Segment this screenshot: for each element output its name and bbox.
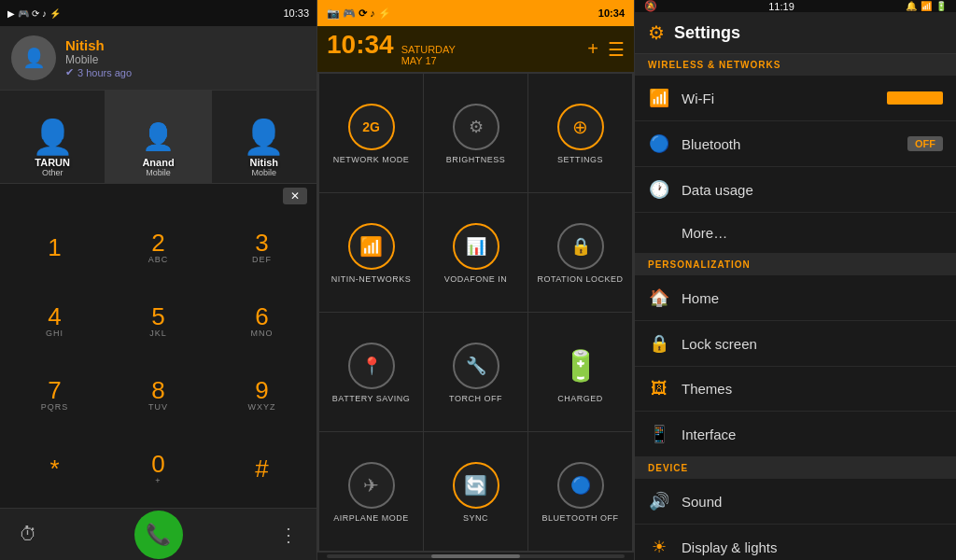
dial-key-1[interactable]: 1 <box>4 212 105 284</box>
data-usage-label: Data usage <box>682 182 943 198</box>
recent-calls-icon[interactable]: ⏱ <box>19 524 37 545</box>
settings-item-lock-screen[interactable]: 🔒 Lock screen <box>635 321 956 367</box>
contact-thumb-nitish[interactable]: 👤 Nitish Mobile <box>212 91 316 183</box>
tile-vodafone[interactable]: 📊 VODAFONE IN <box>424 193 527 312</box>
dial-letters: MNO <box>251 329 274 338</box>
scrollbar-thumb <box>431 554 521 558</box>
dial-key-*[interactable]: * <box>4 432 105 504</box>
tile-label-battery-saving: BATTERY SAVING <box>332 394 410 403</box>
themes-label: Themes <box>682 381 943 397</box>
tile-airplane[interactable]: ✈ AIRPLANE MODE <box>319 432 423 551</box>
contact-time: ✔ 3 hours ago <box>65 66 305 78</box>
tile-torch[interactable]: 🔧 TORCH OFF <box>424 313 527 431</box>
tile-settings[interactable]: ⊕ SETTINGS <box>528 74 632 192</box>
settings-item-display[interactable]: ☀ Display & lights <box>635 525 956 560</box>
dial-key-0[interactable]: 0+ <box>107 432 209 504</box>
phone-status-icons-left: ▶🎮⟳♪⚡ <box>7 8 61 19</box>
settings-item-sound[interactable]: 🔊 Sound <box>635 479 956 525</box>
settings-item-themes[interactable]: 🖼 Themes <box>635 367 956 412</box>
tile-rotation[interactable]: 🔒 ROTATION LOCKED <box>528 193 632 312</box>
tile-battery-saving[interactable]: 📍 BATTERY SAVING <box>319 313 423 431</box>
quick-tiles-grid: 2G NETWORK MODE ⚙ BRIGHTNESS ⊕ SETTINGS … <box>317 72 634 553</box>
airplane-icon: ✈ <box>347 461 396 510</box>
thumb-sub: Other <box>42 168 63 177</box>
section-header-personalization: PERSONALIZATION <box>635 254 956 275</box>
dial-num: 5 <box>151 304 164 329</box>
tile-charged[interactable]: 🔋 CHARGED <box>528 313 632 431</box>
settings-item-interface[interactable]: 📱 Interface <box>635 412 956 457</box>
menu-button[interactable]: ☰ <box>608 38 625 61</box>
settings-item-more[interactable]: More… <box>635 213 956 254</box>
quick-status-time: 10:34 <box>598 7 625 19</box>
vodafone-icon: 📊 <box>452 222 500 271</box>
dial-key-4[interactable]: 4GHI <box>4 286 105 357</box>
settings-item-wifi[interactable]: 📶 Wi-Fi <box>635 76 956 121</box>
dial-key-5[interactable]: 5JKL <box>107 286 209 357</box>
tile-label-settings: SETTINGS <box>557 155 603 164</box>
phone-panel: ▶🎮⟳♪⚡ 10:33 👤 Nitish Mobile ✔ 3 hours ag… <box>0 0 317 560</box>
interface-icon: 📱 <box>648 424 670 444</box>
dial-key-8[interactable]: 8TUV <box>107 359 209 431</box>
tile-label-sync: SYNC <box>463 513 488 523</box>
tile-brightness[interactable]: ⚙ BRIGHTNESS <box>424 74 527 192</box>
contact-name: Nitish <box>65 37 305 53</box>
dial-num: 4 <box>48 304 61 329</box>
tile-label-vodafone: VODAFONE IN <box>444 274 508 284</box>
settings-item-home[interactable]: 🏠 Home <box>635 275 956 321</box>
network-mode-icon: 2G <box>347 103 396 151</box>
phone-status-bar: ▶🎮⟳♪⚡ 10:33 <box>0 0 316 26</box>
section-header-device: DEVICE <box>635 457 956 479</box>
tile-network-mode[interactable]: 2G NETWORK MODE <box>319 74 423 192</box>
scrollbar[interactable] <box>327 554 625 558</box>
more-label: More… <box>682 225 943 241</box>
tile-label-torch: TORCH OFF <box>449 394 502 403</box>
battery-saving-icon: 📍 <box>347 342 396 390</box>
dial-key-2[interactable]: 2ABC <box>107 212 209 284</box>
quick-date-line1: SATURDAY <box>401 44 456 55</box>
call-button[interactable]: 📞 <box>134 511 183 559</box>
dial-key-7[interactable]: 7PQRS <box>4 359 105 431</box>
settings-panel: 🔕 11:19 🔔📶🔋 ⚙ Settings WIRELESS & NETWOR… <box>635 0 956 560</box>
phone-time: 10:33 <box>283 7 309 19</box>
home-label: Home <box>682 290 943 306</box>
dial-key-3[interactable]: 3DEF <box>211 212 313 284</box>
rotation-icon: 🔒 <box>556 222 605 271</box>
bluetooth-icon: 🔵 <box>556 461 605 510</box>
dial-num: 6 <box>255 304 268 329</box>
dial-key-6[interactable]: 6MNO <box>211 286 313 357</box>
tile-sync[interactable]: 🔄 SYNC <box>424 432 527 551</box>
torch-icon: 🔧 <box>452 342 500 390</box>
dial-letters: GHI <box>46 329 63 338</box>
nitin-networks-icon: 📶 <box>347 222 396 271</box>
dial-num: # <box>255 456 268 481</box>
avatar: 👤 <box>11 35 56 80</box>
delete-button[interactable]: ✕ <box>283 188 307 204</box>
dial-num: 8 <box>151 378 164 402</box>
more-options-icon[interactable]: ⋮ <box>279 524 298 546</box>
dial-letters: DEF <box>252 255 272 264</box>
dial-num: 2 <box>151 231 164 255</box>
quick-date-line2: MAY 17 <box>401 55 456 66</box>
contact-thumb-tarun[interactable]: 👤 TARUN Other <box>0 91 105 183</box>
dial-key-9[interactable]: 9WXYZ <box>211 359 313 431</box>
quick-time-display: 10:34 <box>327 32 394 58</box>
phone-bottom-bar: ⏱ 📞 ⋮ <box>0 508 316 560</box>
dial-letters: WXYZ <box>248 402 276 412</box>
contact-card[interactable]: 👤 Nitish Mobile ✔ 3 hours ago <box>0 26 316 91</box>
settings-status-icon-left: 🔕 <box>644 0 657 12</box>
bluetooth-settings-icon: 🔵 <box>648 133 670 154</box>
wifi-status-bar <box>887 91 943 105</box>
themes-icon: 🖼 <box>648 379 670 399</box>
sound-icon: 🔊 <box>648 491 670 511</box>
dial-num: * <box>49 456 59 481</box>
display-icon: ☀ <box>648 537 670 557</box>
add-widget-button[interactable]: + <box>587 38 598 61</box>
tile-bluetooth[interactable]: 🔵 BLUETOOTH OFF <box>528 432 632 551</box>
contact-thumb-anand[interactable]: 👤 Anand Mobile <box>105 91 211 183</box>
tile-nitin-networks[interactable]: 📶 NITIN-NETWORKS <box>319 193 423 312</box>
settings-status-bar: 🔕 11:19 🔔📶🔋 <box>635 0 956 12</box>
contact-type: Mobile <box>65 53 305 66</box>
dial-key-#[interactable]: # <box>211 432 313 504</box>
settings-item-data-usage[interactable]: 🕐 Data usage <box>635 167 956 213</box>
settings-item-bluetooth[interactable]: 🔵 Bluetooth OFF <box>635 121 956 167</box>
